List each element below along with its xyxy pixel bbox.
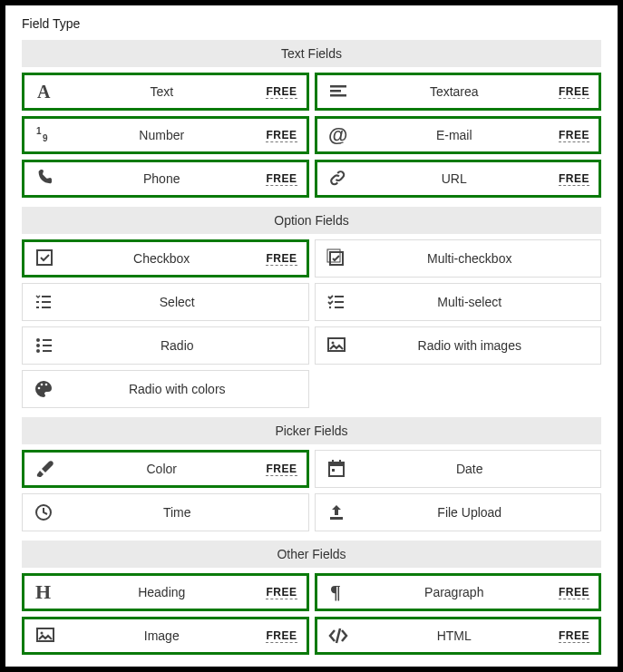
- field-tile-label: Checkbox: [57, 251, 266, 266]
- field-tile-label: Radio with images: [348, 338, 592, 353]
- palette-icon: [32, 379, 55, 399]
- field-tile-label: Heading: [57, 585, 266, 599]
- field-tile-multi-checkbox[interactable]: Multi-checkbox: [315, 239, 602, 278]
- field-tile-label: E-mail: [350, 128, 559, 142]
- field-tile-image[interactable]: ImageFREE: [22, 617, 309, 655]
- field-tile-date[interactable]: Date: [315, 450, 602, 488]
- radio-icon: [32, 336, 55, 355]
- field-tile-number[interactable]: NumberFREE: [22, 116, 309, 154]
- free-badge: FREE: [266, 629, 297, 643]
- field-tile-label: Multi-checkbox: [348, 251, 592, 266]
- field-tile-label: Text: [57, 84, 266, 99]
- page-title: Field Type: [22, 16, 601, 31]
- field-tile-label: Image: [57, 628, 266, 643]
- heading-icon: [34, 582, 57, 602]
- field-tile-label: Number: [57, 128, 266, 142]
- free-badge: FREE: [266, 172, 297, 186]
- field-tile-time[interactable]: Time: [22, 493, 309, 531]
- field-tile-paragraph[interactable]: ParagraphFREE: [315, 573, 602, 611]
- field-tile-select[interactable]: Select: [22, 283, 309, 321]
- section-header: Option Fields: [22, 207, 601, 234]
- field-tile-label: Date: [348, 462, 592, 476]
- section-header: Text Fields: [22, 40, 601, 67]
- number-icon: [34, 125, 57, 145]
- align-left-icon: [326, 82, 350, 102]
- link-icon: [326, 169, 350, 189]
- field-tile-color[interactable]: ColorFREE: [22, 450, 309, 488]
- field-tile-label: Phone: [57, 171, 266, 186]
- select-icon: [32, 292, 55, 312]
- section-header: Other Fields: [22, 541, 601, 568]
- field-tile-radio[interactable]: Radio: [22, 326, 309, 365]
- field-tile-checkbox[interactable]: CheckboxFREE: [22, 239, 309, 278]
- field-tile-label: File Upload: [348, 505, 592, 520]
- font-icon: [34, 82, 57, 102]
- field-tile-radio-colors[interactable]: Radio with colors: [22, 370, 309, 408]
- field-tile-email[interactable]: E-mailFREE: [315, 116, 602, 154]
- field-tile-textarea[interactable]: TextareaFREE: [315, 73, 602, 111]
- field-tile-label: Textarea: [350, 84, 559, 99]
- field-tile-label: Color: [57, 462, 266, 476]
- checkbox-icon: [34, 248, 57, 268]
- multicheck-icon: [325, 248, 348, 268]
- brush-icon: [34, 459, 57, 479]
- multiselect-icon: [325, 292, 348, 312]
- free-badge: FREE: [266, 463, 297, 476]
- free-badge: FREE: [559, 129, 589, 142]
- field-tile-multi-select[interactable]: Multi-select: [315, 283, 602, 321]
- image-icon: [34, 626, 57, 646]
- field-tile-file[interactable]: File Upload: [315, 493, 602, 531]
- field-grid: ColorFREEDateTimeFile Upload: [22, 450, 601, 531]
- field-tile-text[interactable]: TextFREE: [22, 73, 309, 111]
- field-tile-label: HTML: [350, 628, 559, 643]
- free-badge: FREE: [266, 586, 297, 599]
- field-tile-html[interactable]: HTMLFREE: [315, 617, 602, 655]
- free-badge: FREE: [266, 252, 297, 266]
- field-tile-phone[interactable]: PhoneFREE: [22, 160, 309, 198]
- field-tile-heading[interactable]: HeadingFREE: [22, 573, 309, 611]
- field-tile-label: Select: [55, 295, 299, 309]
- field-tile-radio-images[interactable]: Radio with images: [315, 326, 602, 365]
- upload-icon: [325, 502, 348, 522]
- free-badge: FREE: [559, 172, 589, 186]
- clock-icon: [32, 502, 55, 522]
- paragraph-icon: [326, 582, 350, 602]
- phone-icon: [34, 169, 57, 189]
- field-tile-label: Multi-select: [348, 295, 592, 309]
- code-icon: [326, 626, 350, 646]
- free-badge: FREE: [266, 85, 297, 99]
- free-badge: FREE: [559, 629, 589, 643]
- section-header: Picker Fields: [22, 417, 601, 444]
- free-badge: FREE: [559, 586, 589, 599]
- image-icon: [325, 336, 348, 355]
- field-tile-label: Paragraph: [350, 585, 559, 599]
- field-grid: HeadingFREEParagraphFREEImageFREEHTMLFRE…: [22, 573, 601, 655]
- field-tile-label: Radio: [55, 338, 299, 353]
- calendar-icon: [325, 459, 348, 479]
- field-tile-label: Radio with colors: [55, 382, 299, 396]
- free-badge: FREE: [559, 85, 589, 99]
- field-tile-label: Time: [55, 505, 299, 520]
- field-tile-label: URL: [350, 171, 559, 186]
- at-icon: [326, 125, 350, 145]
- field-grid: TextFREETextareaFREENumberFREEE-mailFREE…: [22, 73, 601, 198]
- field-tile-url[interactable]: URLFREE: [315, 160, 602, 198]
- free-badge: FREE: [266, 129, 297, 142]
- field-grid: CheckboxFREEMulti-checkboxSelectMulti-se…: [22, 239, 601, 408]
